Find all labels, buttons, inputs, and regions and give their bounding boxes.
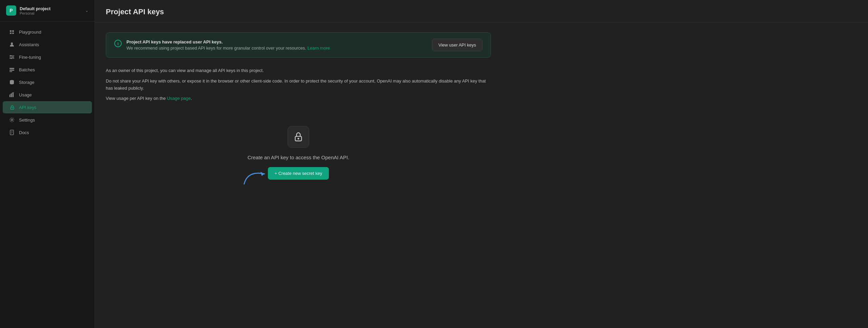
docs-icon <box>9 129 15 135</box>
sidebar-item-playground[interactable]: Playground <box>3 26 92 38</box>
info-banner: i Project API keys have replaced user AP… <box>106 32 491 58</box>
project-avatar: P <box>6 5 16 16</box>
fine-tuning-icon <box>9 54 15 60</box>
sidebar: P Default project Personal ⌄ Playground … <box>0 0 95 328</box>
sidebar-item-assistants[interactable]: Assistants <box>3 38 92 51</box>
svg-rect-8 <box>9 95 11 97</box>
svg-point-0 <box>11 42 13 44</box>
sidebar-item-api-keys[interactable]: API keys <box>3 101 92 113</box>
empty-state-title: Create an API key to access the OpenAI A… <box>248 154 349 160</box>
svg-marker-17 <box>260 172 264 176</box>
sidebar-item-api-keys-label: API keys <box>19 105 36 110</box>
learn-more-link[interactable]: Learn more <box>308 45 330 51</box>
arrow-button-row: + Create new secret key <box>268 167 329 180</box>
project-selector[interactable]: P Default project Personal ⌄ <box>0 0 95 21</box>
info-text: Project API keys have replaced user API … <box>126 39 330 51</box>
info-banner-title: Project API keys have replaced user API … <box>126 39 330 44</box>
svg-rect-5 <box>9 70 14 71</box>
sidebar-item-fine-tuning[interactable]: Fine-tuning <box>3 51 92 63</box>
playground-icon <box>9 29 15 35</box>
project-info: Default project Personal <box>20 6 82 15</box>
project-name: Default project <box>20 6 82 11</box>
lock-icon-container <box>288 126 309 148</box>
svg-point-12 <box>12 108 13 109</box>
sidebar-item-settings-label: Settings <box>19 117 35 123</box>
lock-icon <box>293 131 304 142</box>
svg-point-2 <box>13 57 14 58</box>
info-banner-desc: We recommend using project based API key… <box>126 45 330 51</box>
content-area: i Project API keys have replaced user AP… <box>95 23 502 209</box>
sidebar-item-docs-label: Docs <box>19 130 29 135</box>
description-line-1: As an owner of this project, you can vie… <box>106 67 491 74</box>
sidebar-item-playground-label: Playground <box>19 30 41 35</box>
info-icon: i <box>114 40 122 47</box>
description-line-3: View usage per API key on the Usage page… <box>106 95 491 102</box>
description-line-2: Do not share your API key with others, o… <box>106 78 491 92</box>
sidebar-item-usage[interactable]: Usage <box>3 89 92 101</box>
sidebar-item-usage-label: Usage <box>19 92 32 97</box>
settings-icon <box>9 117 15 123</box>
svg-point-3 <box>11 58 12 59</box>
sidebar-item-storage-label: Storage <box>19 80 35 85</box>
svg-rect-4 <box>9 68 14 69</box>
sidebar-item-docs[interactable]: Docs <box>3 126 92 139</box>
svg-rect-9 <box>11 94 12 97</box>
arrow-pointer-icon <box>241 164 271 187</box>
main-content: Project API keys i Project API keys have… <box>95 0 868 328</box>
api-keys-icon <box>9 104 15 110</box>
info-banner-left: i Project API keys have replaced user AP… <box>114 39 330 51</box>
empty-state: Create an API key to access the OpenAI A… <box>106 106 491 200</box>
batches-icon <box>9 67 15 73</box>
sidebar-item-fine-tuning-label: Fine-tuning <box>19 55 41 60</box>
usage-page-link[interactable]: Usage page <box>167 96 191 101</box>
assistants-icon <box>9 41 15 48</box>
project-type: Personal <box>20 11 82 15</box>
svg-rect-6 <box>9 71 12 72</box>
svg-rect-10 <box>13 93 14 97</box>
create-new-secret-key-button[interactable]: + Create new secret key <box>268 167 329 180</box>
sidebar-item-storage[interactable]: Storage <box>3 76 92 88</box>
chevron-down-icon: ⌄ <box>85 8 88 13</box>
page-header: Project API keys <box>95 0 868 23</box>
usage-icon <box>9 92 15 98</box>
storage-icon <box>9 79 15 85</box>
sidebar-nav: Playground Assistants Fine-tuning <box>0 21 95 328</box>
page-title: Project API keys <box>106 7 857 16</box>
svg-point-13 <box>11 119 13 121</box>
sidebar-item-batches-label: Batches <box>19 67 35 72</box>
view-user-api-keys-button[interactable]: View user API keys <box>432 39 482 51</box>
sidebar-item-settings[interactable]: Settings <box>3 114 92 126</box>
svg-point-16 <box>298 138 299 139</box>
sidebar-item-batches[interactable]: Batches <box>3 63 92 76</box>
svg-point-1 <box>11 55 12 56</box>
sidebar-item-assistants-label: Assistants <box>19 42 39 47</box>
